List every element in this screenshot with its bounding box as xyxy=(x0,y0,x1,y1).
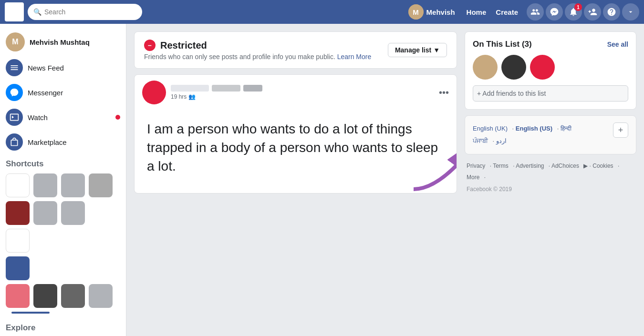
main-content: – Restricted Friends who can only see po… xyxy=(126,24,644,336)
right-sidebar: On This List (3) See all + Add friends t… xyxy=(465,31,636,328)
shortcut-item[interactable] xyxy=(6,173,30,197)
post-header: 19 hrs 👥 ••• xyxy=(135,75,457,110)
sidebar-scrollbar xyxy=(11,312,50,314)
footer-terms[interactable]: Terms xyxy=(493,163,509,169)
watch-notification-dot xyxy=(115,115,120,120)
manage-dropdown-icon: ▼ xyxy=(433,46,440,54)
post-audience-icon: 👥 xyxy=(188,93,196,100)
list-avatar-2 xyxy=(501,55,526,80)
lang-uk-link[interactable]: English (UK) xyxy=(473,125,508,132)
post-content: I am a person who wants to do a lot of t… xyxy=(135,110,457,193)
restricted-subtitle: Friends who can only see posts and profi… xyxy=(144,53,371,61)
shortcut-item[interactable] xyxy=(6,256,30,280)
search-bar[interactable]: 🔍 xyxy=(28,4,142,20)
add-friends-button[interactable]: + Add friends to this list xyxy=(473,85,628,102)
footer-more[interactable]: More xyxy=(467,174,479,181)
nav-create[interactable]: Create xyxy=(496,8,518,16)
post-card: 19 hrs 👥 ••• I am a person who wants to … xyxy=(134,74,457,193)
list-avatar-3 xyxy=(530,55,555,80)
post-name-blurred xyxy=(171,85,209,92)
shortcut-item[interactable] xyxy=(61,201,85,225)
footer-section: Privacy · Terms · Advertising · AdChoice… xyxy=(465,160,636,193)
post-more-button[interactable]: ••• xyxy=(439,87,449,98)
restricted-subtitle-text: Friends who can only see posts and profi… xyxy=(144,53,335,61)
lang-us-link[interactable]: English (US) xyxy=(516,125,552,132)
footer-advertising[interactable]: Advertising xyxy=(516,163,544,169)
shortcut-item[interactable] xyxy=(6,229,30,253)
lang-urdu-link[interactable]: اردو xyxy=(496,137,507,144)
shortcut-item[interactable] xyxy=(6,201,30,225)
sidebar-user[interactable]: M Mehvish Mushtaq xyxy=(0,29,126,55)
notifications-icon-btn[interactable]: 1 xyxy=(565,3,582,20)
shortcut-item[interactable] xyxy=(61,173,85,197)
on-this-list-title: On This List (3) xyxy=(473,40,532,49)
user-profile-nav[interactable]: M Mehvish xyxy=(408,4,455,20)
search-icon: 🔍 xyxy=(33,8,42,16)
friend-request-icon-btn[interactable] xyxy=(584,3,601,20)
people-icon-btn[interactable] xyxy=(527,3,544,20)
on-this-list-panel: On This List (3) See all + Add friends t… xyxy=(465,31,636,110)
footer-cookies[interactable]: Cookies xyxy=(592,163,613,169)
footer-adchoices[interactable]: AdChoices xyxy=(551,163,579,169)
panel-header: On This List (3) See all xyxy=(473,40,628,49)
post-name-blurred2 xyxy=(212,85,240,92)
footer-links: Privacy · Terms · Advertising · AdChoice… xyxy=(467,160,634,183)
post-time: 19 hrs 👥 xyxy=(171,93,434,100)
sidebar-item-marketplace[interactable]: Marketplace xyxy=(0,130,126,154)
sidebar-item-messenger[interactable]: Messenger xyxy=(0,80,126,105)
sidebar-item-watch[interactable]: Watch xyxy=(0,105,126,130)
facebook-logo xyxy=(5,2,24,21)
messenger-icon-btn[interactable] xyxy=(546,3,563,20)
post-avatar xyxy=(142,81,166,104)
search-input[interactable] xyxy=(44,8,136,16)
language-plus-button[interactable]: + xyxy=(613,122,628,138)
list-avatar-1 xyxy=(473,55,498,80)
shortcut-item[interactable] xyxy=(61,284,85,308)
shortcut-item[interactable] xyxy=(6,284,30,308)
restricted-header: – Restricted Friends who can only see po… xyxy=(134,31,457,69)
watch-icon xyxy=(6,109,23,126)
language-links: English (UK) · English (US) · हिन्दी ਪੰਜ… xyxy=(473,122,574,147)
sidebar-user-name: Mehvish Mushtaq xyxy=(30,38,90,46)
sidebar-messenger-label: Messenger xyxy=(28,89,63,97)
left-sidebar: M Mehvish Mushtaq News Feed Messenger Wa… xyxy=(0,24,126,336)
user-name-nav: Mehvish xyxy=(426,8,455,16)
list-avatars xyxy=(473,55,628,80)
lang-punjabi-link[interactable]: ਪੰਜਾਬੀ xyxy=(473,137,488,144)
shortcut-item[interactable] xyxy=(33,284,57,308)
shortcut-item[interactable] xyxy=(89,284,113,308)
learn-more-link[interactable]: Learn More xyxy=(337,53,372,61)
post-time-text: 19 hrs xyxy=(171,93,187,100)
sidebar-user-avatar: M xyxy=(6,32,25,51)
language-panel: English (UK) · English (US) · हिन्दी ਪੰਜ… xyxy=(465,115,636,154)
help-icon-btn[interactable] xyxy=(603,3,620,20)
shortcuts-title: Shortcuts xyxy=(0,154,126,171)
shortcuts-grid xyxy=(0,171,126,318)
sidebar-marketplace-label: Marketplace xyxy=(28,138,67,146)
nav-home[interactable]: Home xyxy=(467,8,487,16)
newsfeed-icon xyxy=(6,59,23,76)
post-text: I am a person who wants to do a lot of t… xyxy=(142,110,449,185)
post-name-blurred3 xyxy=(243,85,262,92)
shortcut-item[interactable] xyxy=(33,173,57,197)
see-all-link[interactable]: See all xyxy=(607,41,628,48)
nav-icons: 1 xyxy=(527,3,639,20)
top-navigation: 🔍 M Mehvish Home Create 1 xyxy=(0,0,644,24)
restricted-icon: – xyxy=(144,40,156,51)
shortcut-item[interactable] xyxy=(89,173,113,197)
marketplace-icon xyxy=(6,133,23,151)
explore-title: Explore xyxy=(0,318,126,335)
manage-list-label: Manage list xyxy=(395,46,431,54)
footer-copyright: Facebook © 2019 xyxy=(467,186,634,193)
nav-links: Home Create xyxy=(467,8,518,16)
manage-list-button[interactable]: Manage list ▼ xyxy=(388,43,447,57)
sidebar-newsfeed-label: News Feed xyxy=(28,64,64,72)
footer-privacy[interactable]: Privacy xyxy=(467,163,485,169)
lang-hindi-link[interactable]: हिन्दी xyxy=(561,125,571,132)
restricted-title: Restricted xyxy=(160,40,207,51)
post-name-row xyxy=(171,85,434,92)
sidebar-item-newsfeed[interactable]: News Feed xyxy=(0,55,126,80)
shortcut-item[interactable] xyxy=(33,201,57,225)
sidebar-watch-label: Watch xyxy=(28,113,48,122)
dropdown-icon-btn[interactable] xyxy=(622,3,639,20)
